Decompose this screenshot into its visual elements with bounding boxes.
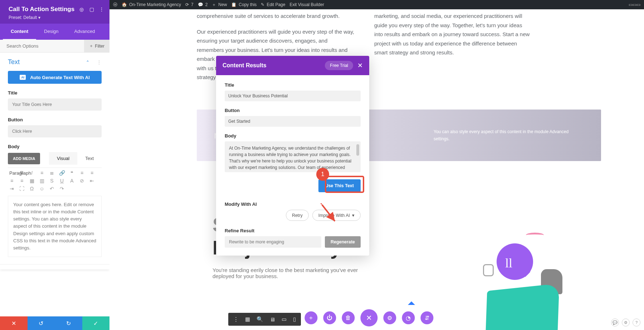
regenerate-button[interactable]: Regenerate — [325, 236, 361, 248]
exit-builder[interactable]: Exit Visual Builder — [289, 2, 324, 7]
undo-icon[interactable]: ↶ — [48, 186, 56, 191]
modal-title-input[interactable] — [225, 91, 361, 101]
modal-button-label: Button — [225, 108, 361, 113]
ol-icon[interactable]: ≣ — [48, 170, 56, 176]
grid-icon[interactable]: ▦ — [245, 316, 250, 322]
body-field-label: Body — [0, 144, 109, 152]
section-text[interactable]: Text ⌃⋮ — [0, 53, 109, 69]
desktop-icon[interactable]: 🖥 — [270, 316, 275, 322]
intro-right: marketing, and social media, our experie… — [374, 11, 532, 82]
dots-icon[interactable]: ⋮ — [97, 59, 102, 65]
zoom-icon[interactable]: 🔍 — [257, 316, 263, 322]
project-subtext: You're standing eerily close to the best… — [213, 267, 363, 279]
strike-icon[interactable]: S — [48, 178, 56, 184]
filter-button[interactable]: ＋ Filter — [84, 40, 109, 52]
account-area[interactable]: ▭▭▭ — [629, 2, 640, 7]
power-icon[interactable]: ⏻ — [323, 311, 336, 324]
special-icon[interactable]: Ω — [28, 186, 36, 191]
align-left-icon[interactable]: ≡ — [78, 170, 86, 176]
thumbs-up-icon — [483, 264, 494, 276]
menu-icon[interactable]: ⋮ — [233, 316, 239, 322]
free-trial-badge[interactable]: Free Trial — [325, 61, 353, 70]
tab-design[interactable]: Design — [36, 24, 66, 40]
preset-label[interactable]: Preset: Default ▾ — [9, 15, 101, 20]
close-icon[interactable]: ✕ — [357, 62, 363, 69]
triangle-icon — [408, 298, 415, 305]
tab-advanced[interactable]: Advanced — [67, 24, 103, 40]
builder-action-bar: ＋ ⏻ 🗑 ✕ ⚙ ◔ ⇵ — [304, 309, 433, 326]
add-icon[interactable]: ＋ — [304, 311, 317, 324]
sidebar-header: Call To Action Settings Preset: Default … — [0, 0, 109, 24]
edit-page-menu[interactable]: ✎ Edit Page — [261, 2, 285, 7]
add-media-button[interactable]: ADD MEDIA — [8, 153, 40, 164]
rte-tab-visual[interactable]: Visual — [49, 152, 77, 165]
kebab-icon[interactable]: ⋮ — [97, 5, 106, 14]
swap-icon[interactable]: ⇵ — [420, 311, 433, 324]
settings-icon[interactable]: ⚙ — [622, 319, 630, 326]
columns-icon[interactable]: ▢ — [87, 5, 96, 14]
modal-body-textarea[interactable]: At On-Time Marketing Agency, we understa… — [225, 141, 361, 172]
gear-icon[interactable]: ⚙ — [383, 311, 396, 324]
auto-generate-ai-button[interactable]: AI Auto Generate Text With AI — [8, 71, 102, 84]
table-icon[interactable]: ▦ — [28, 178, 36, 184]
button-input[interactable] — [8, 125, 102, 137]
tab-content[interactable]: Content — [3, 24, 36, 40]
clock-icon[interactable]: ◔ — [402, 311, 415, 324]
fullscreen-icon[interactable]: ⛶ — [18, 186, 26, 191]
retry-button[interactable]: Retry — [286, 210, 309, 221]
refine-input[interactable] — [225, 236, 321, 248]
save-button[interactable]: ✓ — [82, 316, 110, 330]
indent-in-icon[interactable]: ⇥ — [8, 186, 16, 191]
trash-icon[interactable]: 🗑 — [342, 311, 355, 324]
modal-button-input[interactable] — [225, 116, 361, 127]
ul-icon[interactable]: ≡ — [38, 170, 46, 176]
modal-title: Content Results — [223, 62, 267, 69]
textcolor-icon[interactable]: A — [68, 178, 76, 184]
site-menu[interactable]: 🏠 On-Time Marketing Agency — [122, 2, 181, 7]
illustration: ll — [415, 237, 615, 330]
chevron-up-icon: ⌃ — [86, 60, 89, 65]
button-field-label: Button — [0, 117, 109, 125]
phone-icon[interactable]: ▯ — [293, 316, 296, 322]
scrollbar[interactable] — [356, 144, 359, 156]
section-link[interactable]: Link⌄ — [0, 264, 109, 270]
sidebar-footer: ✕ ↺ ↻ ✓ — [0, 316, 109, 330]
link-icon[interactable]: 🔗 — [58, 170, 66, 176]
align-right-icon[interactable]: ≡ — [8, 178, 16, 184]
align-justify-icon[interactable]: ≡ — [18, 178, 26, 184]
bold-icon[interactable]: B — [18, 170, 26, 176]
redo-icon[interactable]: ↷ — [58, 186, 66, 191]
clear-icon[interactable]: ⊘ — [78, 178, 86, 184]
title-field-label: Title — [0, 90, 109, 98]
cancel-button[interactable]: ✕ — [0, 316, 28, 330]
rte-content[interactable]: Your content goes here. Edit or remove t… — [8, 196, 102, 257]
undo-button[interactable]: ↺ — [28, 316, 55, 330]
use-this-text-button[interactable]: Use This Text — [318, 179, 361, 192]
title-input[interactable] — [8, 98, 102, 111]
responsive-icon[interactable]: ◎ — [77, 5, 86, 14]
improve-with-ai-button[interactable]: Improve With AI ▾ — [312, 210, 361, 221]
chat-icon[interactable]: 💬 — [611, 319, 619, 326]
paragraph-dropdown[interactable]: Paragraph ▾ — [8, 170, 16, 176]
align-center-icon[interactable]: ≡ — [88, 170, 96, 176]
more-icon[interactable]: ▥ — [38, 178, 46, 184]
rte-tab-text[interactable]: Text — [77, 152, 102, 165]
refine-result-label: Refine Result — [225, 228, 361, 233]
underline-icon[interactable]: U — [58, 178, 66, 184]
italic-icon[interactable]: I — [28, 170, 36, 176]
search-input[interactable] — [0, 40, 84, 52]
close-big-icon[interactable]: ✕ — [360, 309, 377, 326]
help-icon[interactable]: ? — [633, 319, 640, 326]
updates-menu[interactable]: ⟳ 7 — [185, 2, 194, 7]
content-results-modal: Content Results Free Trial ✕ Title Butto… — [216, 56, 369, 256]
redo-button[interactable]: ↻ — [55, 316, 82, 330]
new-menu[interactable]: ＋ New — [212, 2, 227, 8]
copy-menu[interactable]: 📋 Copy this — [231, 2, 257, 7]
quote-icon[interactable]: ❝ — [68, 170, 76, 176]
wp-logo-icon[interactable]: ⓦ — [113, 2, 117, 8]
emoji-icon[interactable]: ☺ — [38, 186, 46, 191]
indent-out-icon[interactable]: ⇤ — [88, 178, 96, 184]
tablet-icon[interactable]: ▭ — [282, 316, 287, 322]
comments-menu[interactable]: 💬 2 — [198, 2, 208, 7]
help-corner: 💬 ⚙ ? — [611, 319, 640, 326]
